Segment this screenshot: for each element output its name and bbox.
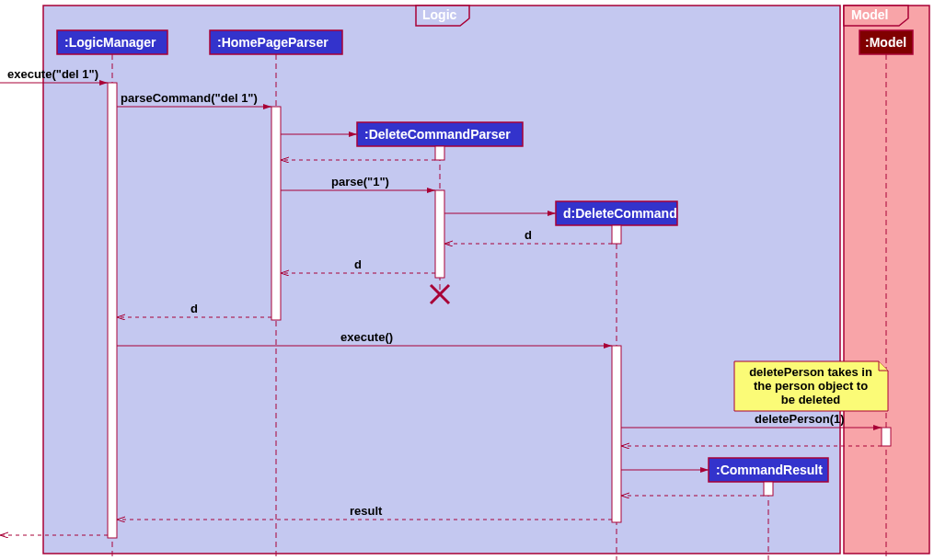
participant-model: :Model xyxy=(859,30,913,54)
msg-d-ret3-label: d xyxy=(190,302,198,315)
svg-text:d:DeleteCommand: d:DeleteCommand xyxy=(563,206,677,221)
msg-parse-command-label: parseCommand("del 1") xyxy=(121,91,258,105)
msg-d-ret2-label: d xyxy=(354,257,362,271)
msg-execute-call-label: execute() xyxy=(340,330,393,344)
svg-text::Model: :Model xyxy=(865,35,906,50)
msg-d-ret1-label: d xyxy=(525,228,532,242)
participant-logic-manager: :LogicManager xyxy=(57,30,167,54)
msg-execute-in-label: execute("del 1") xyxy=(7,67,98,81)
activation-logic-manager xyxy=(108,83,117,538)
activation-delete-command-2 xyxy=(612,346,621,522)
svg-text:deletePerson takes in: deletePerson takes in xyxy=(749,365,872,379)
activation-delete-command-1 xyxy=(612,225,621,244)
frame-logic-label: Logic xyxy=(422,7,457,22)
svg-text::DeleteCommandParser: :DeleteCommandParser xyxy=(364,127,511,142)
svg-text:be deleted: be deleted xyxy=(781,393,840,406)
participant-delete-command: d:DeleteCommand xyxy=(556,201,677,225)
participant-command-result: :CommandResult xyxy=(709,458,828,482)
svg-text::CommandResult: :CommandResult xyxy=(716,463,823,477)
activation-dcp-2 xyxy=(435,190,444,278)
note-delete-person: deletePerson takes in the person object … xyxy=(734,361,888,411)
participant-delete-command-parser: :DeleteCommandParser xyxy=(357,122,523,146)
activation-home-page-parser xyxy=(271,107,281,320)
activation-model xyxy=(882,428,891,446)
activation-dcp-1 xyxy=(435,146,444,160)
svg-text::LogicManager: :LogicManager xyxy=(64,35,156,50)
frame-model-label: Model xyxy=(851,7,888,22)
svg-text:the person object to: the person object to xyxy=(754,379,868,393)
msg-parse-label: parse("1") xyxy=(331,175,389,189)
msg-delete-person-label: deletePerson(1) xyxy=(755,412,845,426)
activation-command-result xyxy=(764,482,773,496)
participant-home-page-parser: :HomePageParser xyxy=(210,30,342,54)
sequence-diagram: Logic Model :LogicManager :HomePageParse… xyxy=(0,0,934,560)
svg-text::HomePageParser: :HomePageParser xyxy=(217,35,329,50)
msg-result-label: result xyxy=(350,504,383,518)
